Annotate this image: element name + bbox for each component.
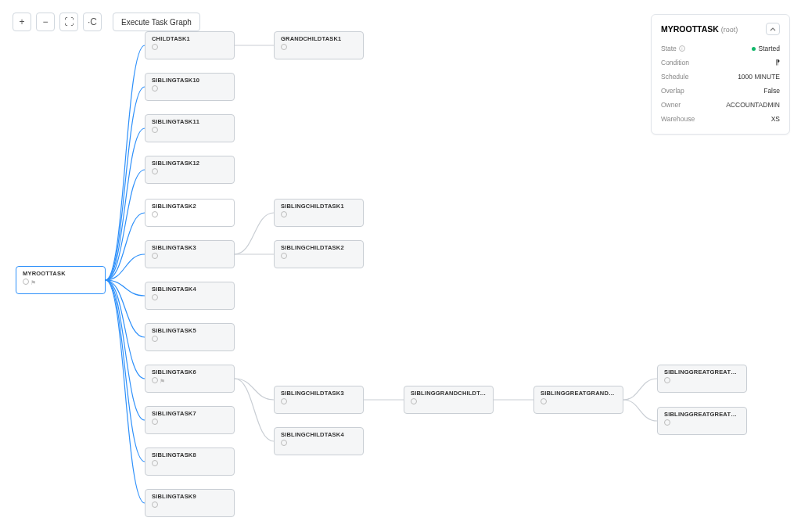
task-label: SIBLINGCHILDTASK2: [281, 244, 357, 251]
zoom-in-button[interactable]: +: [13, 13, 31, 31]
task-node[interactable]: SIBLINGTASK12: [145, 156, 235, 184]
panel-row-schedule: Schedule 1000 MINUTE: [661, 70, 780, 84]
task-node[interactable]: SIBLINGTASK6 ⚑: [145, 365, 235, 393]
info-icon: i: [679, 45, 685, 52]
task-sub-icons: ⚑: [23, 279, 99, 286]
panel-row-state: State i Started: [661, 41, 780, 56]
zoom-out-button[interactable]: −: [36, 13, 55, 31]
task-label: SIBLINGTASK11: [152, 118, 228, 125]
panel-row-condition: Condition ⁋: [661, 56, 780, 70]
task-label: CHILDTASK1: [152, 35, 228, 42]
task-label: SIBLINGCHILDTASK4: [281, 431, 357, 438]
chevron-up-icon: [770, 27, 776, 31]
execute-task-graph-button[interactable]: Execute Task Graph: [113, 13, 200, 31]
panel-row-warehouse: Warehouse XS: [661, 112, 780, 126]
task-label: SIBLINGTASK2: [152, 203, 228, 210]
task-label: SIBLINGTASK9: [152, 493, 228, 500]
task-node[interactable]: SIBLINGGRANDCHILDTASK31: [404, 386, 494, 414]
task-node[interactable]: SIBLINGTASK5: [145, 323, 235, 351]
recenter-button[interactable]: ·C: [83, 13, 102, 31]
task-node[interactable]: SIBLINGGREATGREATGRAND…: [657, 407, 747, 435]
task-node[interactable]: SIBLINGTASK10: [145, 73, 235, 101]
task-label: SIBLINGGREATGREATGRAND…: [664, 368, 740, 376]
toolbar: + − ⛶ ·C Execute Task Graph: [13, 13, 200, 31]
task-node[interactable]: SIBLINGCHILDTASK1: [274, 199, 364, 227]
task-label: SIBLINGTASK6: [152, 368, 228, 376]
panel-row-owner: Owner ACCOUNTADMIN: [661, 98, 780, 112]
task-node[interactable]: SIBLINGTASK4: [145, 282, 235, 310]
task-node[interactable]: SIBLINGTASK8: [145, 448, 235, 476]
task-node[interactable]: SIBLINGCHILDTASK2: [274, 240, 364, 268]
task-label: GRANDCHILDTASK1: [281, 35, 357, 42]
task-label: SIBLINGTASK4: [152, 286, 228, 293]
task-label: SIBLINGTASK12: [152, 160, 228, 167]
task-node[interactable]: SIBLINGGREATGREATGRAND…: [657, 365, 747, 393]
task-label: SIBLINGTASK3: [152, 244, 228, 251]
task-label: SIBLINGCHILDTASK1: [281, 203, 357, 210]
task-label: SIBLINGGRANDCHILDTASK31: [411, 390, 487, 397]
status-dot-icon: [752, 47, 756, 51]
task-label: SIBLINGTASK10: [152, 77, 228, 84]
task-node[interactable]: SIBLINGTASK11: [145, 114, 235, 142]
detail-panel: MYROOTTASK (root) State i Started Condit…: [651, 14, 790, 135]
task-node[interactable]: SIBLINGTASK7: [145, 406, 235, 434]
task-node[interactable]: SIBLINGTASK3: [145, 240, 235, 268]
task-node[interactable]: SIBLINGTASK9: [145, 489, 235, 517]
task-label: SIBLINGGREATGREATGRAND…: [664, 411, 740, 418]
task-label: MYROOTTASK: [23, 270, 99, 277]
collapse-button[interactable]: [766, 23, 780, 35]
task-label: SIBLINGGREATGRANDCHIL…: [541, 390, 616, 397]
task-label: SIBLINGTASK8: [152, 451, 228, 458]
task-label: SIBLINGTASK5: [152, 327, 228, 334]
task-node[interactable]: SIBLINGTASK2: [145, 199, 235, 227]
fullscreen-button[interactable]: ⛶: [59, 13, 78, 31]
task-node[interactable]: SIBLINGGREATGRANDCHIL…: [533, 386, 623, 414]
task-label: SIBLINGCHILDTASK3: [281, 390, 357, 397]
task-node[interactable]: SIBLINGCHILDTASK3: [274, 386, 364, 414]
panel-title: MYROOTTASK (root): [661, 24, 738, 34]
task-node-root[interactable]: MYROOTTASK ⚑: [16, 266, 106, 294]
task-node[interactable]: CHILDTASK1: [145, 31, 235, 59]
task-node[interactable]: SIBLINGCHILDTASK4: [274, 427, 364, 455]
task-node[interactable]: GRANDCHILDTASK1: [274, 31, 364, 59]
task-label: SIBLINGTASK7: [152, 410, 228, 417]
panel-row-overlap: Overlap False: [661, 84, 780, 98]
